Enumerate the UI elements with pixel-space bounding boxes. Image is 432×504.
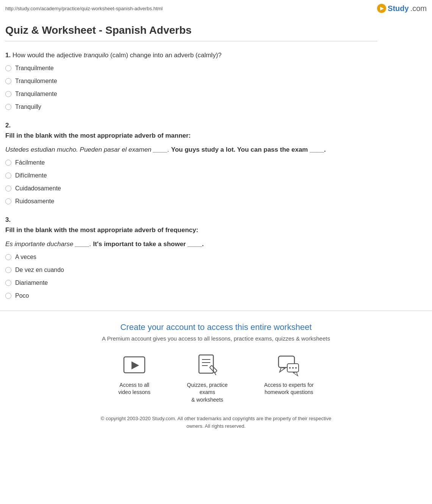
option-item[interactable]: Poco bbox=[5, 292, 377, 299]
radio-button[interactable] bbox=[5, 65, 11, 71]
question-1-text: 1. How would the adjective tranquilo (ca… bbox=[5, 50, 377, 60]
option-item[interactable]: Tranquilmente bbox=[5, 65, 377, 72]
svg-rect-2 bbox=[199, 355, 213, 373]
radio-button[interactable] bbox=[5, 173, 11, 179]
question-3-sentence: Es importante ducharse ____. It's import… bbox=[5, 239, 377, 249]
expert-icon bbox=[277, 353, 301, 378]
feature-quizzes: Quizzes, practice exams& worksheets bbox=[181, 353, 234, 404]
svg-point-12 bbox=[289, 367, 291, 369]
option-label: Tranquilomente bbox=[15, 78, 57, 85]
logo-study-text: Study bbox=[388, 4, 409, 13]
question-2-options: Fácilmente Difícilmente Cuidadosamente R… bbox=[5, 159, 377, 205]
option-label: Fácilmente bbox=[15, 159, 45, 166]
radio-button[interactable] bbox=[5, 267, 11, 273]
option-item[interactable]: Diariamente bbox=[5, 279, 377, 286]
svg-marker-9 bbox=[280, 367, 285, 372]
option-label: Ruidosamente bbox=[15, 198, 54, 205]
radio-button[interactable] bbox=[5, 293, 11, 299]
option-item[interactable]: Tranquilomente bbox=[5, 78, 377, 85]
radio-button[interactable] bbox=[5, 198, 11, 204]
svg-point-13 bbox=[292, 367, 294, 369]
option-item[interactable]: Tranquilly bbox=[5, 104, 377, 110]
svg-marker-1 bbox=[131, 361, 139, 369]
radio-button[interactable] bbox=[5, 104, 11, 110]
copyright-text: © copyright 2003-2020 Study.com. All oth… bbox=[99, 415, 333, 430]
footer-section: Create your account to access this entir… bbox=[0, 311, 432, 438]
radio-button[interactable] bbox=[5, 254, 11, 260]
question-2-sentence: Ustedes estudian mucho. Pueden pasar el … bbox=[5, 145, 377, 155]
url-text: http://study.com/academy/practice/quiz-w… bbox=[5, 6, 163, 11]
option-item[interactable]: Ruidosamente bbox=[5, 198, 377, 205]
question-2: 2. Fill in the blank with the most appro… bbox=[5, 122, 377, 205]
title-divider bbox=[5, 41, 377, 41]
question-1-options: Tranquilmente Tranquilomente Tranquilame… bbox=[5, 65, 377, 110]
option-label: Tranquilly bbox=[15, 104, 41, 110]
question-2-number: 2. bbox=[5, 122, 377, 129]
svg-point-14 bbox=[295, 367, 297, 369]
question-3-intro: Fill in the blank with the most appropri… bbox=[5, 225, 377, 235]
option-item[interactable]: Difícilmente bbox=[5, 172, 377, 179]
option-label: Difícilmente bbox=[15, 172, 47, 179]
radio-button[interactable] bbox=[5, 78, 11, 84]
feature-experts: Access to experts forhomework questions bbox=[264, 353, 314, 404]
question-2-intro: Fill in the blank with the most appropri… bbox=[5, 131, 377, 141]
quizzes-label: Quizzes, practice exams& worksheets bbox=[181, 382, 234, 404]
video-icon bbox=[122, 353, 147, 378]
option-label: Tranquilamente bbox=[15, 91, 57, 97]
option-label: Tranquilmente bbox=[15, 65, 54, 72]
option-item[interactable]: De vez en cuando bbox=[5, 267, 377, 273]
svg-marker-11 bbox=[293, 372, 298, 376]
option-label: A veces bbox=[15, 254, 36, 261]
features-row: Access to allvideo lessons Quizzes, prac… bbox=[5, 353, 427, 404]
option-item[interactable]: Cuidadosamente bbox=[5, 185, 377, 192]
q1-number: 1. How would the adjective tranquilo (ca… bbox=[5, 52, 222, 59]
option-item[interactable]: Fácilmente bbox=[5, 159, 377, 166]
main-content: Quiz & Worksheet - Spanish Adverbs 1. Ho… bbox=[0, 17, 383, 299]
feature-video: Access to allvideo lessons bbox=[118, 353, 150, 404]
url-bar: http://study.com/academy/practice/quiz-w… bbox=[0, 0, 432, 17]
footer-title: Create your account to access this entir… bbox=[5, 322, 427, 332]
option-label: De vez en cuando bbox=[15, 267, 64, 273]
option-label: Cuidadosamente bbox=[15, 185, 61, 192]
quiz-icon bbox=[195, 353, 220, 378]
radio-button[interactable] bbox=[5, 280, 11, 286]
video-label: Access to allvideo lessons bbox=[118, 382, 150, 396]
logo-play-icon: ▶ bbox=[377, 4, 386, 13]
question-3-number: 3. bbox=[5, 216, 377, 224]
site-logo: ▶ Study.com bbox=[377, 4, 427, 13]
question-3: 3. Fill in the blank with the most appro… bbox=[5, 216, 377, 299]
footer-subtitle: A Premium account gives you access to al… bbox=[5, 335, 427, 342]
option-label: Poco bbox=[15, 292, 29, 299]
page-title: Quiz & Worksheet - Spanish Adverbs bbox=[5, 24, 377, 36]
experts-label: Access to experts forhomework questions bbox=[264, 382, 314, 396]
logo-com-text: .com bbox=[410, 4, 427, 13]
option-label: Diariamente bbox=[15, 279, 48, 286]
option-item[interactable]: Tranquilamente bbox=[5, 91, 377, 97]
question-1: 1. How would the adjective tranquilo (ca… bbox=[5, 50, 377, 110]
option-item[interactable]: A veces bbox=[5, 254, 377, 261]
radio-button[interactable] bbox=[5, 185, 11, 192]
radio-button[interactable] bbox=[5, 91, 11, 97]
question-3-options: A veces De vez en cuando Diariamente Poc… bbox=[5, 254, 377, 299]
radio-button[interactable] bbox=[5, 160, 11, 166]
